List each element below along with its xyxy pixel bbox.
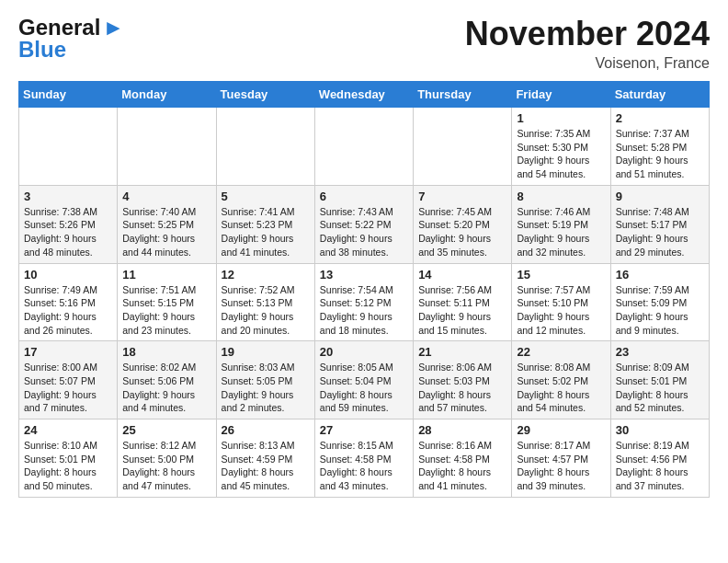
day-info: Sunrise: 8:13 AM Sunset: 4:59 PM Dayligh… <box>222 439 310 493</box>
day-info: Sunrise: 8:19 AM Sunset: 4:56 PM Dayligh… <box>616 439 704 493</box>
calendar-day-cell: 14Sunrise: 7:56 AM Sunset: 5:11 PM Dayli… <box>414 263 512 341</box>
day-info: Sunrise: 7:57 AM Sunset: 5:10 PM Dayligh… <box>517 283 605 338</box>
day-info: Sunrise: 7:35 AM Sunset: 5:30 PM Dayligh… <box>517 127 605 181</box>
calendar-day-cell: 11Sunrise: 7:51 AM Sunset: 5:15 PM Dayli… <box>118 263 216 341</box>
weekday-header: Wednesday <box>314 82 413 108</box>
calendar-day-cell: 21Sunrise: 8:06 AM Sunset: 5:03 PM Dayli… <box>414 341 512 419</box>
day-number: 5 <box>222 190 310 203</box>
day-info: Sunrise: 7:54 AM Sunset: 5:12 PM Dayligh… <box>320 283 408 338</box>
day-number: 12 <box>222 268 310 282</box>
day-number: 11 <box>122 268 210 282</box>
day-number: 24 <box>24 423 112 437</box>
calendar-day-cell: 16Sunrise: 7:59 AM Sunset: 5:09 PM Dayli… <box>610 263 709 341</box>
calendar-table: SundayMondayTuesdayWednesdayThursdayFrid… <box>18 81 710 498</box>
calendar-day-cell: 28Sunrise: 8:16 AM Sunset: 4:58 PM Dayli… <box>414 419 512 498</box>
calendar-day-cell: 13Sunrise: 7:54 AM Sunset: 5:12 PM Dayli… <box>314 263 413 341</box>
calendar-day-cell: 24Sunrise: 8:10 AM Sunset: 5:01 PM Dayli… <box>19 419 118 498</box>
calendar-day-cell <box>19 108 118 186</box>
day-number: 18 <box>122 345 210 359</box>
day-number: 25 <box>122 423 210 437</box>
day-number: 20 <box>320 345 408 359</box>
day-number: 14 <box>418 268 506 282</box>
day-info: Sunrise: 8:09 AM Sunset: 5:01 PM Dayligh… <box>616 361 704 415</box>
day-info: Sunrise: 7:40 AM Sunset: 5:25 PM Dayligh… <box>122 205 210 259</box>
calendar-day-cell: 30Sunrise: 8:19 AM Sunset: 4:56 PM Dayli… <box>610 419 709 498</box>
calendar-day-cell: 17Sunrise: 8:00 AM Sunset: 5:07 PM Dayli… <box>19 341 118 419</box>
day-info: Sunrise: 7:46 AM Sunset: 5:19 PM Dayligh… <box>517 205 605 259</box>
calendar-day-cell <box>314 108 413 186</box>
day-info: Sunrise: 8:16 AM Sunset: 4:58 PM Dayligh… <box>418 439 506 493</box>
day-info: Sunrise: 7:56 AM Sunset: 5:11 PM Dayligh… <box>418 283 506 338</box>
page-header: General ► Blue November 2024 Voisenon, F… <box>18 15 710 72</box>
calendar-week-row: 1Sunrise: 7:35 AM Sunset: 5:30 PM Daylig… <box>19 108 710 186</box>
calendar-day-cell: 10Sunrise: 7:49 AM Sunset: 5:16 PM Dayli… <box>19 263 118 341</box>
calendar-day-cell: 25Sunrise: 8:12 AM Sunset: 5:00 PM Dayli… <box>118 419 216 498</box>
day-info: Sunrise: 7:59 AM Sunset: 5:09 PM Dayligh… <box>616 283 704 338</box>
calendar-day-cell: 29Sunrise: 8:17 AM Sunset: 4:57 PM Dayli… <box>512 419 610 498</box>
day-info: Sunrise: 8:17 AM Sunset: 4:57 PM Dayligh… <box>517 439 605 493</box>
calendar-day-cell: 19Sunrise: 8:03 AM Sunset: 5:05 PM Dayli… <box>216 341 314 419</box>
day-info: Sunrise: 7:43 AM Sunset: 5:22 PM Dayligh… <box>320 205 408 259</box>
day-info: Sunrise: 7:41 AM Sunset: 5:23 PM Dayligh… <box>222 205 310 259</box>
day-number: 9 <box>616 190 704 203</box>
day-number: 3 <box>24 190 112 203</box>
calendar-day-cell: 2Sunrise: 7:37 AM Sunset: 5:28 PM Daylig… <box>610 108 709 186</box>
calendar-day-cell <box>118 108 216 186</box>
day-number: 19 <box>222 345 310 359</box>
day-number: 27 <box>320 423 408 437</box>
day-number: 6 <box>320 190 408 203</box>
day-info: Sunrise: 8:00 AM Sunset: 5:07 PM Dayligh… <box>24 361 112 415</box>
month-title: November 2024 <box>465 15 710 53</box>
weekday-header: Thursday <box>414 82 512 108</box>
day-number: 13 <box>320 268 408 282</box>
day-number: 15 <box>517 268 605 282</box>
calendar-day-cell: 5Sunrise: 7:41 AM Sunset: 5:23 PM Daylig… <box>216 185 314 263</box>
title-area: November 2024 Voisenon, France <box>465 15 710 72</box>
calendar-day-cell: 20Sunrise: 8:05 AM Sunset: 5:04 PM Dayli… <box>314 341 413 419</box>
day-info: Sunrise: 8:06 AM Sunset: 5:03 PM Dayligh… <box>418 361 506 415</box>
calendar-day-cell: 12Sunrise: 7:52 AM Sunset: 5:13 PM Dayli… <box>216 263 314 341</box>
day-info: Sunrise: 7:38 AM Sunset: 5:26 PM Dayligh… <box>24 205 112 259</box>
logo: General ► Blue <box>18 15 124 63</box>
day-info: Sunrise: 8:03 AM Sunset: 5:05 PM Dayligh… <box>222 361 310 415</box>
day-info: Sunrise: 7:37 AM Sunset: 5:28 PM Dayligh… <box>616 127 704 181</box>
day-number: 26 <box>222 423 310 437</box>
calendar-day-cell: 7Sunrise: 7:45 AM Sunset: 5:20 PM Daylig… <box>414 185 512 263</box>
weekday-header: Saturday <box>610 82 709 108</box>
calendar-day-cell: 8Sunrise: 7:46 AM Sunset: 5:19 PM Daylig… <box>512 185 610 263</box>
day-info: Sunrise: 7:52 AM Sunset: 5:13 PM Dayligh… <box>222 283 310 338</box>
page-container: General ► Blue November 2024 Voisenon, F… <box>0 0 728 512</box>
day-number: 8 <box>517 190 605 203</box>
calendar-week-row: 10Sunrise: 7:49 AM Sunset: 5:16 PM Dayli… <box>19 263 710 341</box>
day-info: Sunrise: 8:08 AM Sunset: 5:02 PM Dayligh… <box>517 361 605 415</box>
weekday-header: Monday <box>118 82 216 108</box>
calendar-week-row: 3Sunrise: 7:38 AM Sunset: 5:26 PM Daylig… <box>19 185 710 263</box>
day-number: 4 <box>122 190 210 203</box>
calendar-day-cell: 23Sunrise: 8:09 AM Sunset: 5:01 PM Dayli… <box>610 341 709 419</box>
day-info: Sunrise: 8:10 AM Sunset: 5:01 PM Dayligh… <box>24 439 112 493</box>
logo-blue: Blue <box>18 37 124 63</box>
calendar-day-cell: 3Sunrise: 7:38 AM Sunset: 5:26 PM Daylig… <box>19 185 118 263</box>
day-number: 21 <box>418 345 506 359</box>
calendar-day-cell: 18Sunrise: 8:02 AM Sunset: 5:06 PM Dayli… <box>118 341 216 419</box>
day-info: Sunrise: 7:49 AM Sunset: 5:16 PM Dayligh… <box>24 283 112 338</box>
day-info: Sunrise: 7:48 AM Sunset: 5:17 PM Dayligh… <box>616 205 704 259</box>
calendar-day-cell: 9Sunrise: 7:48 AM Sunset: 5:17 PM Daylig… <box>610 185 709 263</box>
day-number: 10 <box>24 268 112 282</box>
calendar-day-cell: 4Sunrise: 7:40 AM Sunset: 5:25 PM Daylig… <box>118 185 216 263</box>
calendar-day-cell <box>216 108 314 186</box>
calendar-day-cell: 27Sunrise: 8:15 AM Sunset: 4:58 PM Dayli… <box>314 419 413 498</box>
calendar-day-cell <box>414 108 512 186</box>
calendar-day-cell: 1Sunrise: 7:35 AM Sunset: 5:30 PM Daylig… <box>512 108 610 186</box>
day-info: Sunrise: 7:45 AM Sunset: 5:20 PM Dayligh… <box>418 205 506 259</box>
day-info: Sunrise: 8:15 AM Sunset: 4:58 PM Dayligh… <box>320 439 408 493</box>
day-info: Sunrise: 8:05 AM Sunset: 5:04 PM Dayligh… <box>320 361 408 415</box>
day-number: 30 <box>616 423 704 437</box>
calendar-header-row: SundayMondayTuesdayWednesdayThursdayFrid… <box>19 82 710 108</box>
weekday-header: Tuesday <box>216 82 314 108</box>
day-info: Sunrise: 7:51 AM Sunset: 5:15 PM Dayligh… <box>122 283 210 338</box>
day-number: 17 <box>24 345 112 359</box>
day-number: 29 <box>517 423 605 437</box>
weekday-header: Friday <box>512 82 610 108</box>
location: Voisenon, France <box>465 55 710 72</box>
